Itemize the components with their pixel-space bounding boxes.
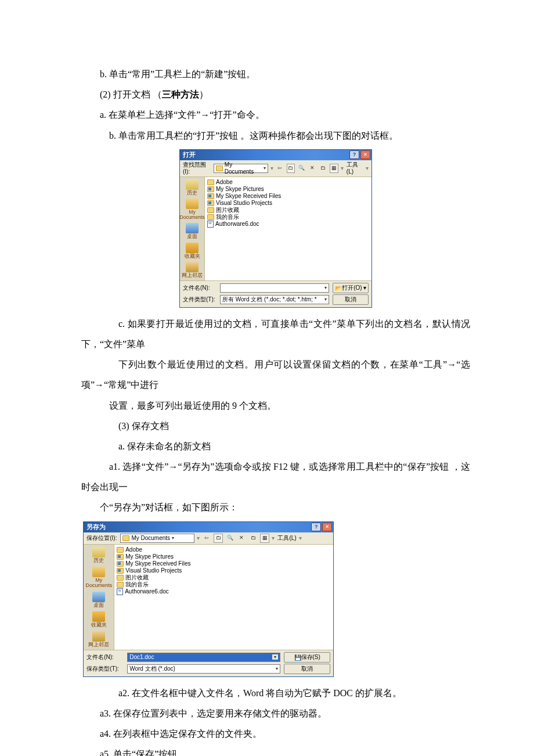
list-item[interactable]: Authorware6.doc xyxy=(207,221,369,228)
list-item[interactable]: Adobe xyxy=(117,546,331,553)
list-item[interactable]: 我的音乐 xyxy=(117,581,331,588)
help-button[interactable]: ? xyxy=(349,150,359,159)
para-save-a2: a2. 在文件名框中键入文件名，Word 将自动为它赋予 DOC 的扩展名。 xyxy=(81,683,470,703)
toolbar-separator-2: ▾ xyxy=(341,165,344,172)
list-item[interactable]: 图片收藏 xyxy=(117,574,331,581)
list-item[interactable]: My Skype Pictures xyxy=(117,553,331,560)
filetype-label: 文件类型(T): xyxy=(183,296,218,303)
open-folder-icon: 📂 xyxy=(335,285,341,291)
chevron-down-icon: ▾ xyxy=(276,666,278,672)
views-button[interactable]: ▦ xyxy=(260,534,269,543)
saveas-titlebar: 另存为 ? × xyxy=(84,522,333,532)
open-places-bar: 历史 My Documents 桌面 收藏夹 网上邻居 xyxy=(180,177,205,280)
delete-button[interactable]: ✕ xyxy=(308,164,317,173)
place-mydocs[interactable]: My Documents xyxy=(180,199,204,219)
back-button[interactable]: ⇦ xyxy=(202,534,211,543)
open-titlebar: 打开 ? × xyxy=(180,150,371,160)
place-desktop[interactable]: 桌面 xyxy=(84,592,114,608)
delete-button[interactable]: ✕ xyxy=(237,534,246,543)
place-history[interactable]: 历史 xyxy=(180,179,204,196)
saveas-title: 另存为 xyxy=(86,523,106,531)
filetype-combo[interactable]: 所有 Word 文档 (*.doc; *.dot; *.htm; *▾ xyxy=(220,295,329,304)
open-footer: 文件名(N): ▾ 文件类型(T): 所有 Word 文档 (*.doc; *.… xyxy=(180,280,371,307)
new-folder-button[interactable]: 🗀 xyxy=(319,164,328,173)
para-open-c-cont: 下列出数个最近使用过的文档。用户可以设置保留文档的个数，在菜单“工具”→“选项”… xyxy=(81,354,470,395)
para-open-a: a. 在菜单栏上选择“文件”→“打开”命令。 xyxy=(81,105,470,125)
savein-combo[interactable]: My Documents ▾ xyxy=(120,534,194,543)
list-item[interactable]: Adobe xyxy=(207,179,369,186)
folder-icon xyxy=(207,200,214,206)
up-button[interactable]: 🗀 xyxy=(214,534,223,543)
list-item[interactable]: 我的音乐 xyxy=(207,214,369,221)
list-item[interactable]: Authorware6.doc xyxy=(117,588,331,595)
list-item[interactable]: 图片收藏 xyxy=(207,207,369,214)
lookin-combo[interactable]: My Documents ▾ xyxy=(214,164,268,173)
open-dialog: 打开 ? × 查找范围(I): My Documents ▾ ▾ ⇦ 🗀 🔍 ✕ xyxy=(179,149,372,308)
toolbar-separator: ▾ xyxy=(197,535,200,542)
up-button[interactable]: 🗀 xyxy=(287,164,295,173)
place-desktop[interactable]: 桌面 xyxy=(180,223,204,239)
open-window-buttons: ? × xyxy=(349,150,370,159)
place-network[interactable]: 网上邻居 xyxy=(84,631,114,647)
toolbar-separator-2: ▾ xyxy=(272,535,275,542)
open-body: 历史 My Documents 桌面 收藏夹 网上邻居 Adobe My Sky… xyxy=(180,177,371,280)
open-button[interactable]: 📂打开(O)▾ xyxy=(333,283,369,293)
folder-icon xyxy=(117,547,124,553)
para-save-a: a. 保存未命名的新文档 xyxy=(81,436,470,456)
document-page: b. 单击“常用”工具栏上的“新建”按钮。 (2) 打开文档 （三种方法） a.… xyxy=(0,0,534,756)
place-network[interactable]: 网上邻居 xyxy=(180,262,204,278)
folder-icon xyxy=(117,561,124,567)
saveas-body: 历史 My Documents 桌面 收藏夹 网上邻居 Adobe My Sky… xyxy=(84,545,333,650)
place-history[interactable]: 历史 xyxy=(84,547,114,563)
list-item[interactable]: My Skype Received Files xyxy=(207,193,369,200)
chevron-down-icon: ▾ xyxy=(324,285,327,291)
saveas-file-list[interactable]: Adobe My Skype Pictures My Skype Receive… xyxy=(114,545,333,650)
para-save-a5: a5. 单击“保存”按钮。 xyxy=(81,744,470,756)
word-doc-icon xyxy=(117,588,123,595)
filename-input[interactable]: ▾ xyxy=(220,283,329,293)
folder-icon xyxy=(216,165,223,171)
tools-menu[interactable]: 工具(L) xyxy=(347,161,363,175)
savein-label: 保存位置(I): xyxy=(86,535,117,542)
list-item[interactable]: Visual Studio Projects xyxy=(207,200,369,207)
search-button[interactable]: 🔍 xyxy=(225,534,234,543)
list-item[interactable]: My Skype Pictures xyxy=(207,186,369,193)
saveas-places-bar: 历史 My Documents 桌面 收藏夹 网上邻居 xyxy=(84,545,114,650)
para-save-a1-cont: 个“另存为”对话框，如下图所示： xyxy=(81,497,470,517)
list-item[interactable]: My Skype Received Files xyxy=(117,560,331,567)
folder-icon xyxy=(117,568,124,574)
saveas-footer: 文件名(N): Doc1.doc▾ 保存类型(T): Word 文档 (*.do… xyxy=(84,650,333,676)
folder-icon xyxy=(207,179,214,185)
close-button[interactable]: × xyxy=(322,523,332,531)
para-b-new: b. 单击“常用”工具栏上的“新建”按钮。 xyxy=(81,64,470,84)
place-favorites[interactable]: 收藏夹 xyxy=(180,243,204,259)
filename-input[interactable]: Doc1.doc▾ xyxy=(127,653,280,662)
para-open-c: c. 如果要打开最近使用过的文档，可直接单击“文件”菜单下列出的文档名，默认情况… xyxy=(81,314,470,354)
cancel-button[interactable]: 取消 xyxy=(284,664,330,674)
new-folder-button[interactable]: 🗀 xyxy=(248,534,258,543)
savetype-combo[interactable]: Word 文档 (*.doc)▾ xyxy=(127,664,280,674)
folder-icon xyxy=(207,214,214,220)
lookin-value: My Documents xyxy=(225,161,262,175)
para-save-a1: a1. 选择“文件”→“另存为”选项命令或按 F12 键，或选择常用工具栏中的“… xyxy=(81,456,470,497)
saveas-dialog: 另存为 ? × 保存位置(I): My Documents ▾ ▾ ⇦ 🗀 🔍 … xyxy=(83,521,334,677)
save-button[interactable]: 💾保存(S) xyxy=(284,652,330,663)
filename-label: 文件名(N): xyxy=(183,285,218,291)
tools-menu[interactable]: 工具(L) xyxy=(277,535,296,542)
open-file-list[interactable]: Adobe My Skype Pictures My Skype Receive… xyxy=(205,177,371,280)
heading-open-bold: 三种方法 xyxy=(162,89,199,99)
list-item[interactable]: Visual Studio Projects xyxy=(117,567,331,574)
search-button[interactable]: 🔍 xyxy=(297,164,306,173)
close-button[interactable]: × xyxy=(360,150,370,159)
place-favorites[interactable]: 收藏夹 xyxy=(84,611,114,628)
place-mydocs[interactable]: My Documents xyxy=(84,567,114,588)
back-button[interactable]: ⇦ xyxy=(276,164,284,173)
cancel-button[interactable]: 取消 xyxy=(333,294,369,305)
help-button[interactable]: ? xyxy=(311,523,321,531)
tools-dropdown-icon: ▾ xyxy=(366,165,369,172)
tools-dropdown-icon: ▾ xyxy=(299,535,302,542)
folder-icon xyxy=(117,554,124,560)
views-button[interactable]: ▦ xyxy=(330,164,338,173)
folder-icon xyxy=(117,575,124,581)
savein-value: My Documents xyxy=(131,535,170,542)
